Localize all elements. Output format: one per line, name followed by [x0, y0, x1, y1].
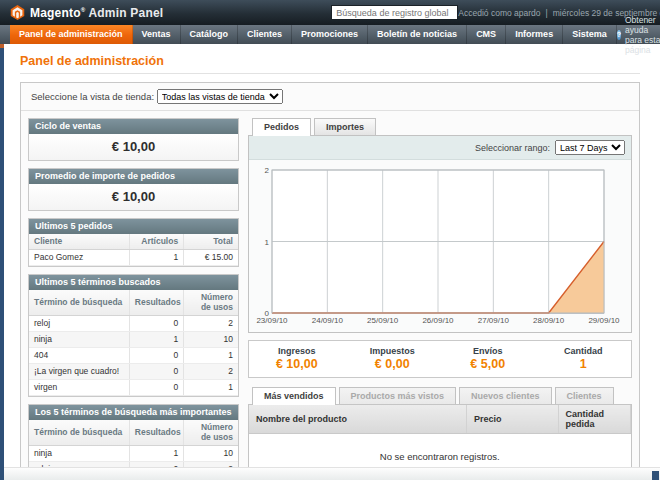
nav-item-sistema[interactable]: Sistema: [563, 25, 617, 44]
widget-title: Los 5 términos de búsqueda más important…: [29, 405, 238, 420]
total-value: 1: [536, 357, 632, 371]
cell: 2: [184, 316, 238, 332]
widget-title: Promedio de importe de pedidos: [29, 169, 238, 184]
column-header: Término de búsqueda: [29, 420, 129, 446]
dashboard-left-column: Ciclo de ventas € 10,00 Promedio de impo…: [28, 118, 239, 480]
search-term-row[interactable]: reloj02: [29, 316, 238, 332]
window-frame-fragment: [652, 471, 659, 480]
column-header: Precio: [466, 405, 558, 434]
search-term-row[interactable]: virgen01: [29, 380, 238, 396]
total-label: Impuestos: [345, 346, 441, 356]
tab-importes[interactable]: Importes: [314, 118, 376, 135]
column-header: Resultados: [129, 290, 183, 316]
search-term-row[interactable]: ninja110: [29, 332, 238, 348]
search-term-row[interactable]: ninja110: [29, 446, 238, 462]
order-row[interactable]: Paco Gomez1€ 15.00: [29, 250, 238, 266]
range-label: Seleccionar rango:: [475, 143, 550, 153]
cell: 404: [29, 348, 129, 364]
search-term-row[interactable]: 40401: [29, 348, 238, 364]
dashboard-container: Seleccione la vista de tienda: Todas las…: [20, 82, 640, 480]
logged-in-as: Accedió como apardo: [458, 8, 540, 18]
total-cantidad: Cantidad1: [536, 346, 632, 371]
store-switcher: Seleccione la vista de tienda: Todas las…: [21, 83, 639, 111]
cell: virgen: [29, 380, 129, 396]
cell: 1: [129, 446, 183, 462]
help-label: Obtener ayuda para esta página: [625, 15, 660, 55]
store-switcher-label: Seleccione la vista de tienda:: [31, 91, 154, 102]
column-header: Resultados: [129, 420, 183, 446]
cell: ninja: [29, 332, 129, 348]
orders-chart: 01223/09/1024/09/1025/09/1026/09/1027/09…: [249, 160, 631, 332]
global-search-input[interactable]: [331, 5, 458, 20]
svg-text:26/09/10: 26/09/10: [422, 316, 454, 325]
nav-item-promociones[interactable]: Promociones: [292, 25, 368, 44]
svg-text:25/09/10: 25/09/10: [367, 316, 399, 325]
svg-text:29/09/10: 29/09/10: [588, 316, 620, 325]
tab-mas-vendidos[interactable]: Más vendidos: [252, 387, 336, 405]
cell: 1: [129, 250, 183, 266]
cell: reloj: [29, 316, 129, 332]
search-term-row[interactable]: ¡La virgen que cuadro!02: [29, 364, 238, 380]
widget-title: Ultimos 5 pedidos: [29, 219, 238, 234]
column-header: Término de búsqueda: [29, 290, 129, 316]
cell: 0: [129, 380, 183, 396]
orders-area-chart: 01223/09/1024/09/1025/09/1026/09/1027/09…: [252, 164, 628, 326]
range-select[interactable]: Last 7 Days: [555, 140, 625, 155]
magento-logo-icon: [10, 5, 25, 20]
window-frame-left: [0, 44, 4, 480]
total-impuestos: Impuestos€ 0,00: [345, 346, 441, 371]
cell: ¡La virgen que cuadro!: [29, 364, 129, 380]
widget-last-search-terms: Ultimos 5 términos buscados Término de b…: [28, 274, 239, 397]
total-ingresos: Ingresos€ 10,00: [249, 346, 345, 371]
widget-last-orders: Ultimos 5 pedidos ClienteArtículosTotalP…: [28, 218, 239, 267]
last-orders-table: ClienteArtículosTotalPaco Gomez1€ 15.00: [29, 234, 238, 266]
widget-title: Ciclo de ventas: [29, 119, 238, 134]
total-label: Ingresos: [249, 346, 345, 356]
total-value: € 5,00: [440, 357, 536, 371]
nav-item-panel-de-administracion[interactable]: Panel de administración: [10, 25, 133, 44]
cell: 2: [184, 364, 238, 380]
separator: |: [546, 8, 548, 18]
total-envios: Envíos€ 5,00: [440, 346, 536, 371]
magento-admin-window: Magento® Admin Panel Accedió como apardo…: [0, 0, 660, 480]
tab-clientes[interactable]: Clientes: [555, 387, 614, 404]
nav-item-catalogo[interactable]: Catálogo: [181, 25, 239, 44]
cell: ninja: [29, 446, 129, 462]
page-footer: [0, 467, 660, 480]
nav-item-boletin-de-noticias[interactable]: Boletín de noticias: [368, 25, 467, 44]
cell: Paco Gomez: [29, 250, 129, 266]
totals-bar: Ingresos€ 10,00Impuestos€ 0,00Envíos€ 5,…: [248, 340, 632, 378]
svg-text:24/09/10: 24/09/10: [312, 316, 344, 325]
lifetime-sales-value: € 10,00: [29, 134, 238, 160]
column-header: Número de usos: [184, 290, 238, 316]
column-header: Total: [184, 234, 238, 250]
tab-nuevos-clientes[interactable]: Nuevos clientes: [459, 387, 552, 404]
bottom-grid-tabs: Más vendidosProductos más vistosNuevos c…: [248, 387, 632, 404]
total-value: € 0,00: [345, 357, 441, 371]
column-header: Cliente: [29, 234, 129, 250]
tab-pedidos[interactable]: Pedidos: [252, 118, 311, 136]
page-title: Panel de administración: [20, 54, 640, 74]
cell: 0: [129, 364, 183, 380]
logo-text: Magento® Admin Panel: [30, 6, 163, 20]
diagram-panel: Seleccionar rango: Last 7 Days 01223/09/…: [248, 135, 632, 333]
dashboard-right-column: PedidosImportes Seleccionar rango: Last …: [248, 118, 632, 480]
cell: 0: [129, 316, 183, 332]
nav-item-informes[interactable]: Informes: [506, 25, 563, 44]
cell: 10: [184, 332, 238, 348]
help-link[interactable]: ? Obtener ayuda para esta página: [617, 25, 660, 44]
table-header-row: Nombre del productoPrecioCantidad pedida: [249, 405, 631, 434]
column-header: Cantidad pedida: [558, 405, 631, 434]
nav-item-clientes[interactable]: Clientes: [238, 25, 292, 44]
nav-item-cms[interactable]: CMS: [467, 25, 506, 44]
nav-item-ventas[interactable]: Ventas: [133, 25, 181, 44]
store-switcher-select[interactable]: Todas las vistas de tienda: [157, 89, 283, 104]
table-header-row: Término de búsquedaResultadosNúmero de u…: [29, 420, 238, 446]
widget-average-order: Promedio de importe de pedidos € 10,00: [28, 168, 239, 211]
cell: € 15.00: [184, 250, 238, 266]
top-header: Magento® Admin Panel Accedió como apardo…: [0, 0, 660, 25]
last-search-terms-table: Término de búsquedaResultadosNúmero de u…: [29, 290, 238, 396]
total-label: Envíos: [440, 346, 536, 356]
total-value: € 10,00: [249, 357, 345, 371]
tab-productos-mas-vistos[interactable]: Productos más vistos: [339, 387, 457, 404]
